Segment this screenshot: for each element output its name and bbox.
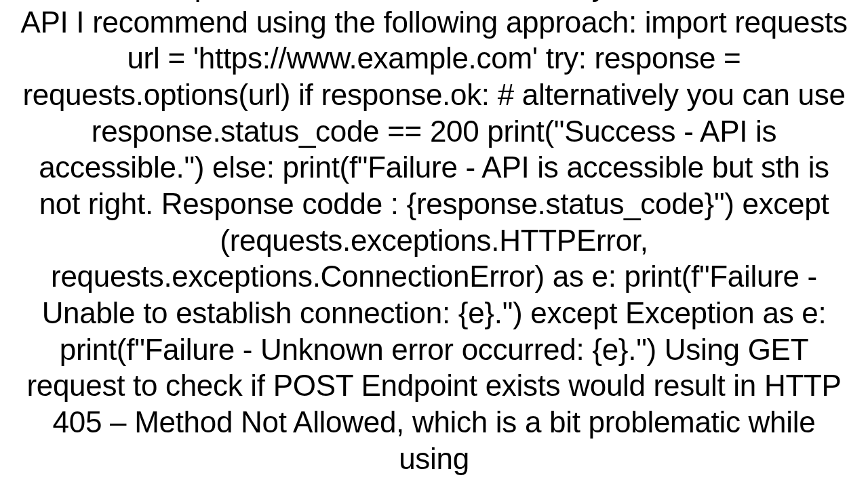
body-text: for POST request but don't want to send … xyxy=(16,0,852,476)
document-body: for POST request but don't want to send … xyxy=(0,0,868,488)
